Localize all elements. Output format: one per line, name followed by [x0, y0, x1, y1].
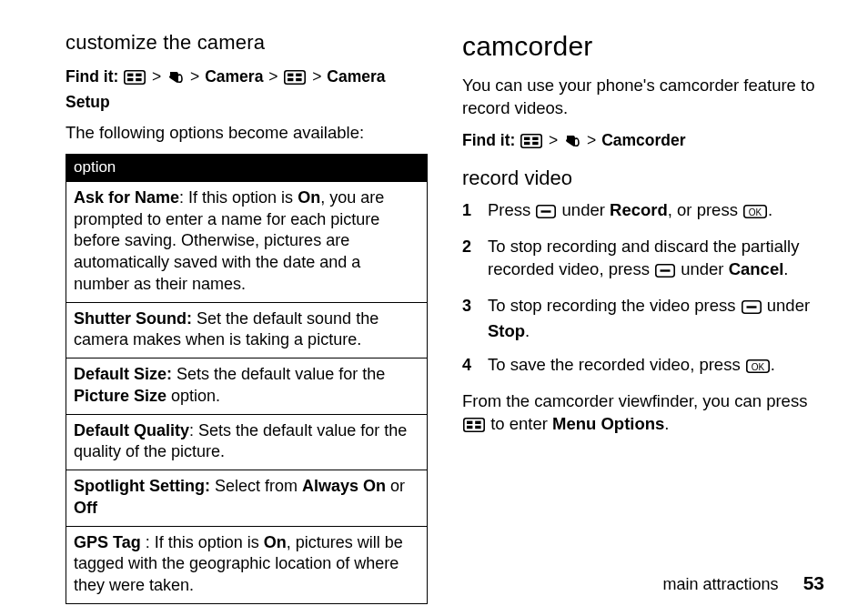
ok-key-icon — [746, 357, 770, 379]
table-row: Ask for Name: If this option is On, you … — [66, 181, 428, 302]
options-intro: The following options become available: — [66, 122, 428, 145]
table-row: GPS Tag : If this option is On, pictures… — [66, 526, 428, 603]
page-footer: main attractions 53 — [663, 572, 824, 594]
customize-camera-heading: customize the camera — [66, 31, 428, 55]
options-table-header: option — [66, 154, 428, 181]
breadcrumb-camera: Camera — [205, 67, 263, 86]
find-it-label: Find it: — [66, 67, 118, 86]
step-1: Press under Record, or press . — [462, 199, 824, 225]
find-it-camcorder: Find it: > > Camcorder — [462, 129, 824, 155]
options-table: option Ask for Name: If this option is O… — [66, 154, 428, 604]
left-column: customize the camera Find it: > > Camera… — [66, 31, 428, 604]
record-video-steps: Press under Record, or press . To stop r… — [462, 199, 824, 379]
menu-icon — [284, 68, 306, 91]
record-video-heading: record video — [462, 167, 824, 190]
menu-icon — [463, 416, 485, 439]
camcorder-intro: You can use your phone's camcorder featu… — [462, 75, 824, 120]
softkey-icon — [655, 261, 675, 284]
table-row: Default Quality: Sets the default value … — [66, 414, 428, 470]
multimedia-icon — [564, 132, 580, 155]
find-it-label: Find it: — [462, 131, 515, 149]
right-column: camcorder You can use your phone's camco… — [462, 31, 824, 604]
softkey-icon — [536, 202, 556, 225]
find-it-camera: Find it: > > Camera > > Camera Setup — [66, 66, 428, 113]
camcorder-heading: camcorder — [462, 31, 824, 62]
menu-icon — [520, 132, 542, 155]
footer-section: main attractions — [663, 575, 779, 593]
camcorder-outro: From the camcorder viewfinder, you can p… — [462, 390, 824, 439]
table-row: Shutter Sound: Set the default sound the… — [66, 302, 428, 358]
menu-icon — [124, 68, 146, 91]
table-row: Spotlight Setting: Select from Always On… — [66, 470, 428, 527]
table-row: Default Size: Sets the default value for… — [66, 358, 428, 415]
ok-key-icon — [743, 202, 767, 225]
step-4: To save the recorded video, press . — [462, 354, 824, 379]
step-3: To stop recording the video press under … — [462, 295, 824, 343]
step-2: To stop recording and discard the partia… — [462, 236, 824, 284]
breadcrumb-camcorder: Camcorder — [601, 131, 685, 149]
multimedia-icon — [167, 68, 184, 91]
page-number: 53 — [803, 572, 824, 593]
softkey-icon — [742, 298, 762, 320]
